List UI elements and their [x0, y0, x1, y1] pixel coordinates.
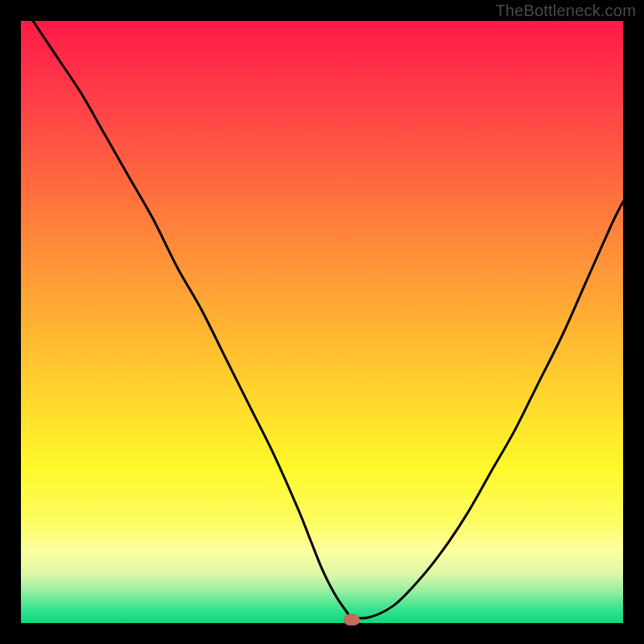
plot-area: [21, 21, 623, 623]
optimum-marker: [344, 614, 360, 625]
curve-path: [33, 21, 623, 618]
chart-frame: TheBottleneck.com: [0, 0, 644, 644]
bottleneck-curve: [21, 21, 623, 623]
watermark-text: TheBottleneck.com: [495, 2, 636, 20]
